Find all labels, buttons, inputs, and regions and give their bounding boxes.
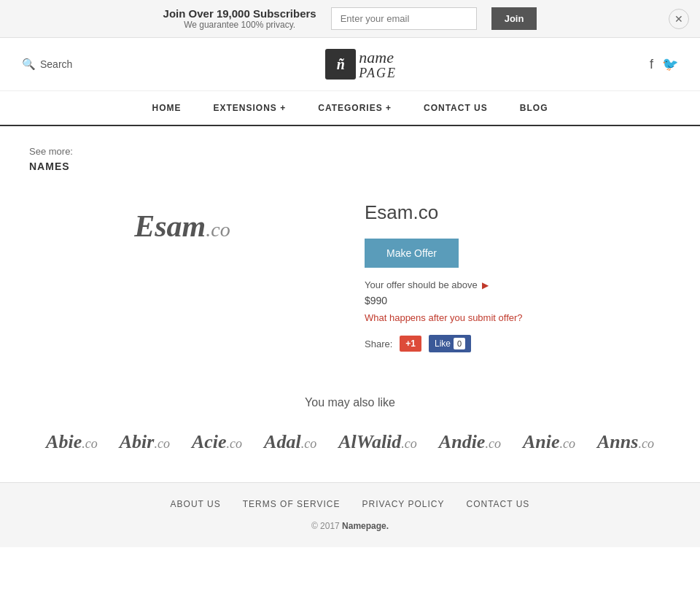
search-trigger[interactable]: 🔍 Search: [22, 58, 72, 71]
domain-logo: Esam.co: [134, 209, 230, 244]
fb-count: 0: [454, 338, 465, 349]
search-icon: 🔍: [22, 58, 36, 71]
nav-home[interactable]: HOME: [136, 91, 198, 125]
footer-link-terms[interactable]: TERMS OF SERVICE: [243, 499, 341, 509]
offer-process-link[interactable]: What happens after you submit offer?: [365, 312, 671, 323]
offer-arrow-icon: ▶: [482, 280, 489, 290]
footer-links: ABOUT USTERMS OF SERVICEPRIVACY POLICYCO…: [29, 499, 671, 509]
nav-categories[interactable]: CATEGORIES +: [302, 91, 408, 125]
banner-title: Join Over 19,000 Subscribers: [163, 7, 316, 20]
nav-extensions[interactable]: EXTENSIONS +: [198, 91, 303, 125]
share-row: Share: +1 Like 0: [365, 335, 671, 352]
similar-item[interactable]: Andie.co: [439, 431, 501, 453]
twitter-icon[interactable]: 🐦: [662, 56, 678, 72]
breadcrumb-link[interactable]: NAMES: [29, 160, 671, 172]
logo-box: ñ: [325, 49, 356, 80]
join-button[interactable]: Join: [491, 7, 537, 30]
make-offer-button[interactable]: Make Offer: [365, 239, 459, 268]
gplus-button[interactable]: +1: [400, 336, 421, 352]
offer-hint-text: Your offer should be above: [365, 279, 478, 290]
banner-text: Join Over 19,000 Subscribers We guarante…: [163, 7, 316, 30]
similar-item[interactable]: Adal.co: [264, 431, 316, 453]
offer-price: $990: [365, 295, 671, 306]
nav-blog[interactable]: BLOG: [504, 91, 564, 125]
domain-name-part: Esam: [134, 209, 206, 243]
similar-item[interactable]: Anns.co: [597, 431, 654, 453]
breadcrumb: See more: NAMES: [0, 126, 700, 179]
domain-title: Esam.co: [365, 201, 671, 224]
fb-like-label: Like: [435, 339, 451, 349]
logo-text: name PAGE: [359, 49, 397, 80]
domain-tld-part: .co: [206, 218, 230, 241]
logo-name: name: [359, 49, 397, 66]
footer-copyright: © 2017 Namepage.: [29, 521, 671, 531]
email-input[interactable]: [331, 7, 477, 30]
logo-icon: ñ: [337, 56, 345, 73]
main-content: Esam.co Esam.co Make Offer Your offer sh…: [0, 179, 700, 382]
top-banner: Join Over 19,000 Subscribers We guarante…: [0, 0, 700, 38]
similar-title: You may also like: [29, 396, 671, 409]
main-nav: HOME EXTENSIONS + CATEGORIES + CONTACT U…: [0, 91, 700, 126]
logo[interactable]: ñ name PAGE: [325, 49, 397, 80]
see-more-label: See more:: [29, 146, 73, 157]
banner-subtitle: We guarantee 100% privacy.: [163, 20, 316, 30]
footer-link-privacy[interactable]: PRIVACY POLICY: [362, 499, 445, 509]
similar-item[interactable]: Anie.co: [523, 431, 575, 453]
copyright-year: © 2017: [311, 521, 340, 531]
similar-grid: Abie.coAbir.coAcie.coAdal.coAlWalid.coAn…: [29, 431, 671, 453]
similar-item[interactable]: Abir.co: [120, 431, 170, 453]
logo-inner: ñ name PAGE: [325, 49, 397, 80]
offer-hint: Your offer should be above ▶: [365, 279, 671, 290]
similar-item[interactable]: AlWalid.co: [338, 431, 417, 453]
nav-contact[interactable]: CONTACT US: [408, 91, 504, 125]
similar-section: You may also like Abie.coAbir.coAcie.coA…: [0, 382, 700, 482]
footer-link-about[interactable]: ABOUT US: [171, 499, 221, 509]
header: 🔍 Search ñ name PAGE f 🐦: [0, 38, 700, 91]
close-banner-button[interactable]: ✕: [669, 9, 689, 29]
facebook-icon[interactable]: f: [650, 57, 653, 72]
social-links: f 🐦: [650, 56, 678, 72]
similar-item[interactable]: Acie.co: [192, 431, 242, 453]
share-label: Share:: [365, 339, 392, 349]
logo-page: PAGE: [359, 66, 397, 80]
footer-brand-link[interactable]: Namepage.: [342, 521, 389, 531]
footer-link-contact[interactable]: CONTACT US: [466, 499, 529, 509]
search-label: Search: [40, 58, 72, 70]
gplus-label: +1: [405, 339, 416, 349]
domain-logo-area: Esam.co: [29, 194, 335, 352]
domain-info: Esam.co Make Offer Your offer should be …: [365, 194, 671, 352]
similar-item[interactable]: Abie.co: [46, 431, 98, 453]
facebook-like-button[interactable]: Like 0: [429, 335, 471, 352]
footer: ABOUT USTERMS OF SERVICEPRIVACY POLICYCO…: [0, 482, 700, 547]
